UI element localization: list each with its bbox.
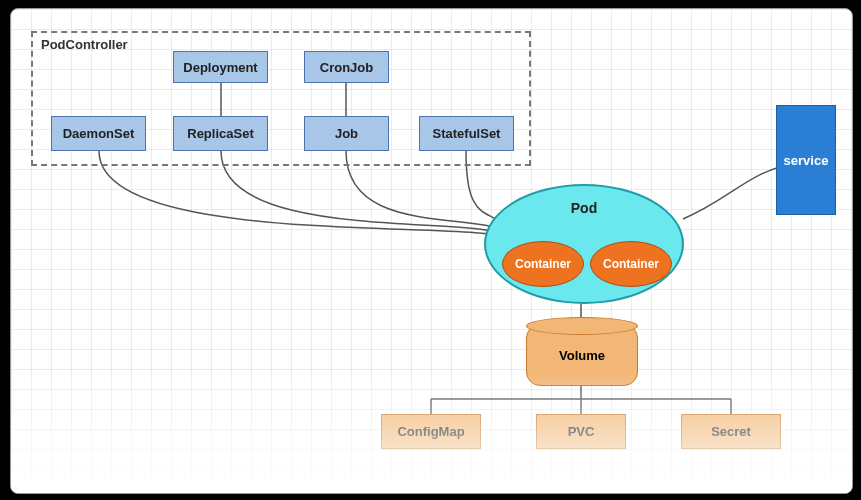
container-node-1: Container bbox=[502, 241, 584, 287]
deployment-node: Deployment bbox=[173, 51, 268, 83]
pod-node: Pod Container Container bbox=[484, 184, 684, 304]
volume-node: Volume bbox=[526, 324, 638, 386]
configmap-node: ConfigMap bbox=[381, 414, 481, 449]
pod-label: Pod bbox=[486, 200, 682, 216]
daemonset-node: DaemonSet bbox=[51, 116, 146, 151]
pod-controller-label: PodController bbox=[41, 37, 128, 52]
diagram-canvas: PodController Deployment CronJob DaemonS… bbox=[10, 8, 853, 494]
volume-label: Volume bbox=[559, 348, 605, 363]
pvc-node: PVC bbox=[536, 414, 626, 449]
job-node: Job bbox=[304, 116, 389, 151]
service-node: service bbox=[776, 105, 836, 215]
container-node-2: Container bbox=[590, 241, 672, 287]
statefulset-node: StatefulSet bbox=[419, 116, 514, 151]
replicaset-node: ReplicaSet bbox=[173, 116, 268, 151]
cronjob-node: CronJob bbox=[304, 51, 389, 83]
secret-node: Secret bbox=[681, 414, 781, 449]
